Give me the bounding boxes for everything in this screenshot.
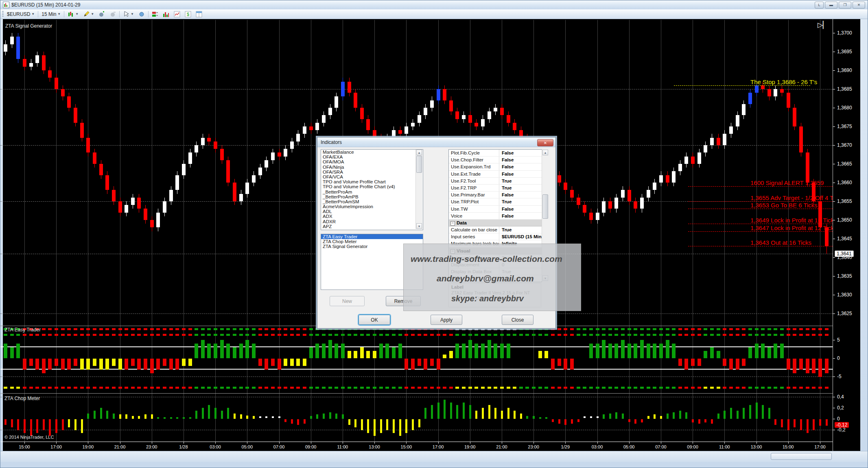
indicator-list-item[interactable]: OFA/SRA: [321, 170, 423, 174]
property-value[interactable]: False: [499, 192, 542, 198]
property-value[interactable]: False: [499, 171, 542, 177]
property-value[interactable]: True: [499, 185, 542, 191]
chop-bar: [43, 419, 45, 430]
histogram-bar: [341, 344, 345, 358]
scroll-down-icon[interactable]: ▼: [416, 223, 422, 229]
indicator-list-item[interactable]: OFA/EXA: [321, 155, 423, 159]
signal-strip-square: [86, 328, 90, 330]
indicator-list-item[interactable]: ADL: [321, 209, 423, 214]
property-row[interactable]: Use.Expansion.TrdFalse: [449, 163, 542, 170]
chop-bar: [558, 419, 560, 424]
property-row[interactable]: Input series$EURUSD (15 Min): [449, 233, 542, 240]
price-axis[interactable]: 1,37001,36951,36901,36851,36801,36751,36…: [833, 19, 860, 451]
go-to-end-marker-icon[interactable]: ▷▏: [818, 21, 828, 29]
signal-strip-square: [608, 328, 612, 330]
apply-button[interactable]: Apply: [431, 315, 462, 325]
current-price-badge[interactable]: 1,3641: [835, 250, 854, 257]
price-axis-tick: [833, 295, 835, 295]
scroll-up-icon[interactable]: ▲: [416, 150, 422, 155]
indicator-list-item[interactable]: ADX: [321, 214, 423, 219]
candle: [309, 126, 313, 130]
indicator-list-item[interactable]: OFA/Ninja: [321, 165, 423, 170]
property-row[interactable]: Use.Ext.TradeFalse: [449, 171, 542, 178]
collapse-icon[interactable]: −: [450, 221, 455, 226]
property-value[interactable]: True: [499, 178, 542, 184]
property-value[interactable]: $EURUSD (15 Min): [499, 233, 542, 240]
property-row[interactable]: Calculate on bar closeTrue: [449, 226, 542, 233]
property-row[interactable]: VoiceFalse: [449, 213, 542, 220]
available-indicators-list[interactable]: MarketBalanceOFA/EXAOFA/MOAOFA/NinjaOFA/…: [321, 149, 423, 230]
histogram-bar: [182, 359, 186, 366]
property-row[interactable]: Use.TRP.PlotTrue: [449, 198, 542, 205]
available-list-scrollbar[interactable]: ▲ ▼: [415, 150, 422, 229]
close-button[interactable]: ✕: [853, 2, 865, 9]
property-section-header[interactable]: −Data: [449, 220, 542, 226]
signal-strip-square: [443, 334, 446, 336]
property-value[interactable]: False: [499, 157, 542, 163]
dialog-close-button[interactable]: ✕: [537, 139, 553, 146]
chop-bar: [11, 419, 13, 427]
histogram-bar: [131, 359, 135, 366]
chop-axis-label: -0,2: [837, 427, 846, 433]
property-row[interactable]: Use.TWFalse: [449, 206, 542, 213]
dialog-titlebar[interactable]: Indicators ✕: [317, 137, 555, 147]
time-axis-tick: [406, 442, 407, 444]
signal-strip-square: [16, 334, 20, 336]
chop-bar: [74, 419, 77, 430]
candle: [767, 89, 771, 96]
signal-strip-square: [799, 334, 803, 336]
signal-strip-square: [647, 334, 650, 336]
property-row[interactable]: Use.Chop.FilterFalse: [449, 157, 542, 163]
property-row[interactable]: Use.Primary.BarFalse: [449, 192, 542, 198]
indicator-list-item[interactable]: _BetterProAmSM: [321, 199, 423, 204]
scroll-up-icon[interactable]: ▲: [542, 150, 548, 155]
property-value[interactable]: True: [499, 198, 542, 205]
histogram-bar: [481, 344, 485, 358]
signal-strip-square: [29, 387, 33, 389]
horizontal-scrollbar-track[interactable]: ◀ ▶: [0, 451, 868, 462]
property-row[interactable]: Use.F2.ToolTrue: [449, 178, 542, 185]
scrollbar-thumb[interactable]: [542, 194, 548, 219]
price-axis-tick: [833, 276, 835, 276]
property-value[interactable]: True: [499, 226, 542, 233]
candle: [354, 93, 357, 108]
signal-annotation: 1,3643 Out at 16 Ticks: [750, 239, 811, 246]
signal-strip-square: [799, 387, 803, 389]
signal-strip-square: [335, 387, 338, 389]
property-value[interactable]: False: [499, 150, 542, 156]
chop-bar: [704, 419, 706, 422]
property-row[interactable]: Plot.Fib.CycleFalse: [449, 150, 542, 157]
indicator-list-item[interactable]: AcmeVolumeImpression: [321, 204, 423, 209]
candle: [793, 108, 796, 126]
signal-strip-square: [793, 334, 796, 336]
ok-button[interactable]: OK: [359, 315, 390, 325]
new-button[interactable]: New: [330, 296, 365, 306]
indicator-list-item[interactable]: ADXR: [321, 219, 423, 224]
indicator-list-item[interactable]: OFA/VCA: [321, 174, 423, 179]
histogram-bar: [226, 344, 230, 358]
signal-strip-square: [74, 387, 77, 389]
chop-bar: [183, 417, 185, 419]
indicator-list-item[interactable]: TPO and Volume Profile Chart: [321, 179, 423, 184]
signal-strip-square: [684, 328, 688, 330]
indicator-list-item[interactable]: MarketBalance: [321, 150, 423, 155]
candle: [328, 108, 332, 115]
signal-strip-square: [570, 328, 574, 330]
scrollbar-thumb[interactable]: [416, 156, 422, 173]
indicator-list-item[interactable]: _BetterProAmPB: [321, 194, 423, 199]
property-value[interactable]: False: [499, 213, 542, 219]
property-row[interactable]: Use.F2.TRPTrue: [449, 185, 542, 192]
chop-bar: [214, 408, 216, 419]
horizontal-scrollbar-thumb[interactable]: [771, 453, 832, 460]
indicator-list-item[interactable]: TPO and Volume Profile Chart (v4): [321, 184, 423, 189]
applied-indicator-item[interactable]: ZTA Easy Trader: [321, 234, 423, 239]
property-value[interactable]: False: [499, 163, 542, 170]
indicator-list-item[interactable]: OFA/MOA: [321, 159, 423, 164]
property-value[interactable]: False: [499, 206, 542, 212]
close-button-dialog[interactable]: Close: [502, 315, 533, 325]
signal-strip-square: [144, 328, 147, 330]
restore-button[interactable]: ❐: [839, 2, 851, 9]
histogram-bar: [290, 359, 294, 366]
indicator-list-item[interactable]: APZ: [321, 224, 423, 229]
indicator-list-item[interactable]: _BetterProAm: [321, 189, 423, 194]
